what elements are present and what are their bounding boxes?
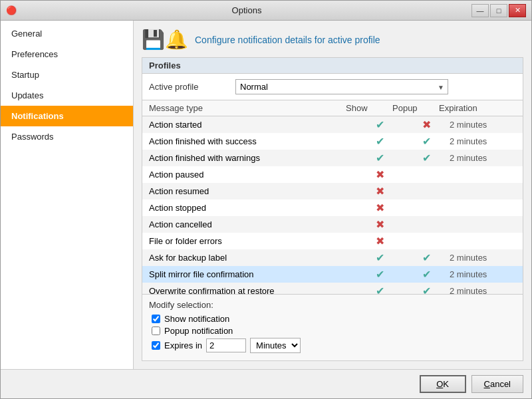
message-type-cell: Overwrite confirmation at restore (149, 286, 356, 294)
show-cell: ✔ (356, 251, 403, 264)
minimize-button[interactable]: — (471, 4, 489, 17)
ok-label: OK (436, 379, 449, 389)
page-header: 💾🔔 Configure notification details for ac… (142, 29, 523, 51)
popup-notification-checkbox[interactable] (152, 327, 160, 335)
col-popup: Popup (392, 103, 439, 113)
popup-notification-row: Popup notification (152, 326, 516, 336)
check-yes-icon: ✔ (422, 285, 431, 294)
dialog-content: General Preferences Startup Updates Noti… (1, 21, 531, 369)
check-no-icon: ✖ (376, 202, 384, 213)
profiles-section-header: Profiles (142, 58, 523, 74)
expiration-cell: 2 minutes (450, 269, 516, 279)
popup-cell: ✔ (403, 152, 450, 164)
active-profile-label: Active profile (149, 82, 229, 92)
sidebar-item-general[interactable]: General (1, 23, 133, 44)
popup-notification-label[interactable]: Popup notification (164, 326, 233, 336)
message-type-cell: Action stopped (149, 203, 356, 213)
show-cell: ✔ (356, 285, 403, 294)
expiration-cell: 2 minutes (450, 136, 516, 146)
check-yes-icon: ✔ (422, 152, 431, 164)
expiration-cell: 2 minutes (450, 120, 516, 130)
dialog-footer: OK Cancel (1, 369, 531, 398)
table-row[interactable]: Action cancelled ✖ (142, 216, 523, 233)
options-dialog: 🔴 Options — □ ✕ General Preferences Star… (0, 0, 532, 399)
expires-in-input[interactable] (206, 338, 246, 352)
show-notification-checkbox[interactable] (152, 315, 160, 323)
table-row[interactable]: Action paused ✖ (142, 166, 523, 183)
popup-cell: ✖ (403, 118, 450, 131)
popup-cell: ✔ (403, 285, 450, 294)
sidebar-item-startup[interactable]: Startup (1, 65, 133, 85)
check-yes-icon: ✔ (422, 136, 431, 147)
expires-in-row: Expires in Minutes Hours Days (152, 338, 516, 353)
show-cell: ✖ (356, 218, 403, 231)
show-cell: ✖ (356, 168, 403, 181)
profile-select[interactable]: Normal Custom Silent (235, 79, 448, 94)
table-row[interactable]: Overwrite confirmation at restore ✔ ✔ 2 … (142, 283, 523, 294)
popup-cell: ✔ (403, 135, 450, 148)
table-row[interactable]: File or folder errors ✖ (142, 233, 523, 249)
message-type-cell: Ask for backup label (149, 253, 356, 263)
show-cell: ✖ (356, 235, 403, 247)
table-row[interactable]: Action resumed ✖ (142, 183, 523, 200)
show-notification-row: Show notification (152, 314, 516, 324)
title-bar: 🔴 Options — □ ✕ (1, 1, 531, 21)
check-no-icon: ✖ (376, 235, 384, 247)
table-row[interactable]: Ask for backup label ✔ ✔ 2 minutes (142, 249, 523, 266)
popup-cell: ✔ (403, 251, 450, 264)
check-no-icon: ✖ (376, 169, 384, 180)
show-notification-label[interactable]: Show notification (164, 314, 229, 324)
cancel-button[interactable]: Cancel (471, 375, 523, 393)
active-profile-row: Active profile Normal Custom Silent ▼ (142, 74, 523, 100)
expires-in-label[interactable]: Expires in (164, 340, 202, 350)
cancel-label: Cancel (484, 379, 511, 389)
check-yes-icon: ✔ (376, 119, 384, 130)
check-yes-icon: ✔ (422, 269, 431, 280)
check-yes-icon: ✔ (376, 152, 384, 164)
message-type-cell: File or folder errors (149, 236, 356, 246)
sidebar-item-updates[interactable]: Updates (1, 85, 133, 106)
sidebar-item-passwords[interactable]: Passwords (1, 126, 133, 147)
show-cell: ✖ (356, 185, 403, 198)
profile-select-wrapper: Normal Custom Silent ▼ (235, 79, 448, 94)
close-button[interactable]: ✕ (509, 4, 526, 17)
sidebar: General Preferences Startup Updates Noti… (1, 21, 134, 369)
expiration-cell: 2 minutes (450, 253, 516, 263)
message-type-cell: Split mirror file confirmation (149, 269, 356, 279)
check-no-icon: ✖ (376, 186, 384, 197)
show-cell: ✔ (356, 135, 403, 148)
table-row[interactable]: Action finished with warnings ✔ ✔ 2 minu… (142, 150, 523, 166)
main-panel: 💾🔔 Configure notification details for ac… (134, 21, 531, 369)
col-expiration: Expiration (439, 103, 505, 113)
message-type-cell: Action cancelled (149, 219, 356, 229)
ok-button[interactable]: OK (420, 375, 466, 393)
table-row[interactable]: Split mirror file confirmation ✔ ✔ 2 min… (142, 266, 523, 283)
col-show: Show (346, 103, 392, 113)
table-row[interactable]: Action finished with success ✔ ✔ 2 minut… (142, 133, 523, 150)
check-yes-icon: ✔ (376, 136, 384, 147)
check-no-icon: ✖ (422, 119, 431, 130)
sidebar-item-preferences[interactable]: Preferences (1, 44, 133, 65)
profiles-box: Profiles Active profile Normal Custom Si… (142, 57, 523, 361)
message-type-cell: Action resumed (149, 186, 356, 196)
check-yes-icon: ✔ (376, 252, 384, 263)
sidebar-item-notifications[interactable]: Notifications (1, 106, 133, 126)
check-yes-icon: ✔ (376, 269, 384, 280)
table-row[interactable]: Action started ✔ ✖ 2 minutes (142, 116, 523, 133)
expiration-cell: 2 minutes (450, 153, 516, 163)
show-cell: ✖ (356, 201, 403, 214)
header-icon: 💾🔔 (142, 29, 188, 51)
window-controls: — □ ✕ (471, 4, 526, 17)
col-message-type: Message type (149, 103, 346, 113)
popup-cell: ✔ (403, 268, 450, 281)
show-cell: ✔ (356, 118, 403, 131)
window-title: Options (22, 5, 471, 15)
message-type-cell: Action finished with warnings (149, 153, 356, 163)
maximize-button[interactable]: □ (490, 4, 507, 17)
check-yes-icon: ✔ (376, 285, 384, 294)
expires-in-checkbox[interactable] (152, 341, 160, 350)
expires-in-unit-select[interactable]: Minutes Hours Days (250, 338, 301, 353)
expiration-cell: 2 minutes (450, 286, 516, 294)
table-row[interactable]: Action stopped ✖ (142, 200, 523, 216)
message-type-cell: Action paused (149, 170, 356, 180)
